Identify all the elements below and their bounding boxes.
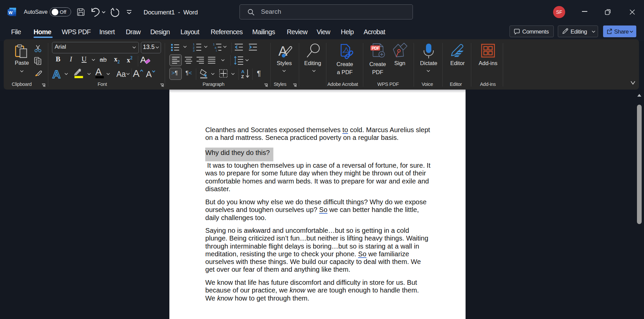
svg-text:a: a xyxy=(215,46,216,49)
svg-text:3: 3 xyxy=(193,49,195,52)
svg-text:PDF: PDF xyxy=(372,46,380,51)
svg-text:A: A xyxy=(52,68,61,80)
svg-text:A: A xyxy=(95,66,102,77)
svg-text:1: 1 xyxy=(193,43,195,46)
svg-text:A: A xyxy=(140,55,146,65)
svg-text:W: W xyxy=(8,10,13,15)
svg-text:A: A xyxy=(241,69,245,74)
svg-text:2: 2 xyxy=(193,46,195,49)
svg-text:1: 1 xyxy=(213,43,215,46)
svg-text:i: i xyxy=(216,49,217,52)
svg-text:Z: Z xyxy=(241,74,244,79)
